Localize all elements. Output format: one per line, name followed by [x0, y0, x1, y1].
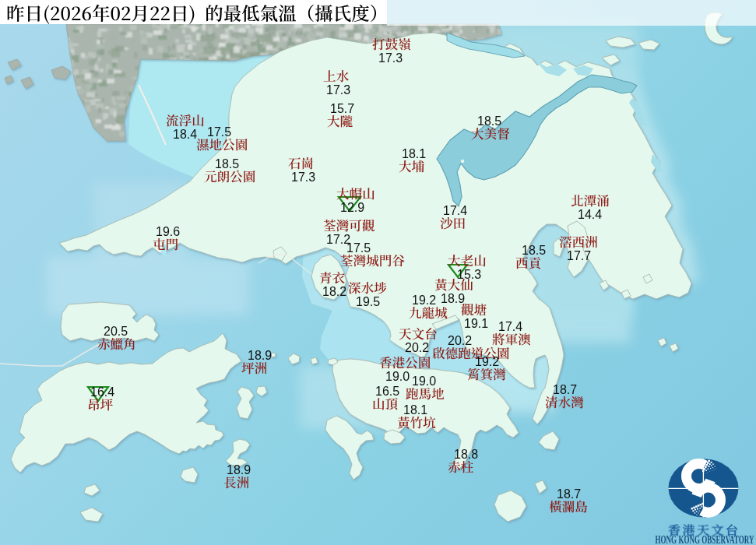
svg-text:20.2: 20.2: [405, 341, 429, 354]
svg-text:12.9: 12.9: [340, 201, 364, 214]
svg-text:18.9: 18.9: [227, 463, 251, 476]
svg-text:18.1: 18.1: [402, 147, 426, 160]
svg-text:18.7: 18.7: [557, 487, 581, 501]
svg-text:17.4: 17.4: [443, 204, 467, 217]
svg-text:17.4: 17.4: [498, 320, 522, 333]
svg-text:18.5: 18.5: [522, 244, 546, 257]
svg-text:HONG KONG OBSERVATORY: HONG KONG OBSERVATORY: [656, 534, 754, 545]
svg-text:18.9: 18.9: [248, 349, 272, 362]
svg-text:19.2: 19.2: [475, 355, 499, 368]
svg-text:19.5: 19.5: [356, 295, 380, 308]
svg-text:17.5: 17.5: [207, 125, 231, 139]
svg-text:14.4: 14.4: [578, 208, 602, 221]
svg-text:15.7: 15.7: [330, 102, 354, 115]
svg-text:17.3: 17.3: [291, 171, 315, 184]
svg-text:18.7: 18.7: [553, 383, 577, 396]
svg-text:18.8: 18.8: [454, 448, 478, 461]
svg-text:20.5: 20.5: [104, 325, 128, 338]
svg-text:20.2: 20.2: [448, 334, 472, 347]
svg-text:16.5: 16.5: [375, 385, 399, 398]
svg-text:18.5: 18.5: [215, 157, 239, 171]
svg-text:18.2: 18.2: [322, 285, 346, 298]
svg-text:19.0: 19.0: [385, 370, 410, 383]
svg-text:19.0: 19.0: [412, 374, 436, 388]
svg-text:18.4: 18.4: [173, 128, 197, 141]
svg-text:17.3: 17.3: [378, 51, 403, 65]
svg-text:19.1: 19.1: [464, 317, 488, 330]
svg-text:19.2: 19.2: [412, 294, 436, 307]
svg-text:17.7: 17.7: [567, 249, 591, 262]
svg-text:18.1: 18.1: [403, 403, 427, 417]
svg-text:19.6: 19.6: [156, 225, 180, 238]
svg-text:17.5: 17.5: [346, 241, 371, 255]
svg-text:16.4: 16.4: [90, 385, 114, 399]
svg-text:17.3: 17.3: [326, 83, 350, 97]
svg-text:18.5: 18.5: [477, 114, 501, 128]
svg-text:18.9: 18.9: [441, 292, 465, 305]
